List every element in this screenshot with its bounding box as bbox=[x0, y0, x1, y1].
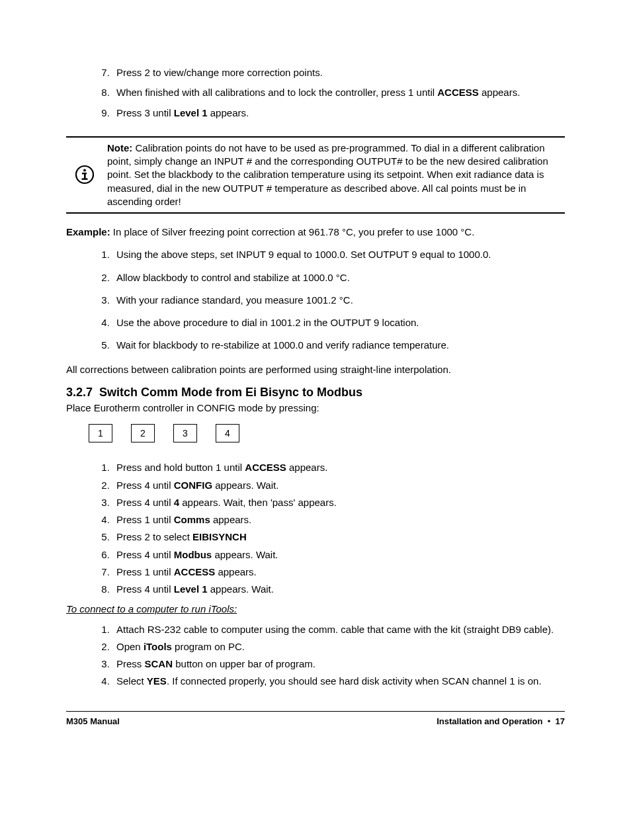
list-item: Allow blackbody to control and stabilize… bbox=[112, 271, 565, 284]
list-item: Press 2 to select EIBISYNCH bbox=[112, 530, 565, 544]
section-sub: Place Eurotherm controller in CONFIG mod… bbox=[66, 401, 565, 415]
list-item: When finished with all calibrations and … bbox=[112, 86, 565, 99]
button-2-diagram: 2 bbox=[131, 424, 155, 442]
calibration-steps-continued: Press 2 to view/change more correction p… bbox=[66, 66, 565, 120]
list-item: Press 2 to view/change more correction p… bbox=[112, 66, 565, 79]
button-1-diagram: 1 bbox=[89, 424, 112, 442]
svg-rect-4 bbox=[82, 179, 88, 180]
note-block: Note: Calibration points do not have to … bbox=[66, 136, 565, 214]
text: Press 2 to view/change more correction p… bbox=[116, 67, 323, 78]
text: Using the above steps, set INPUT 9 equal… bbox=[116, 249, 491, 260]
bullet-icon: • bbox=[548, 716, 551, 726]
list-item: With your radiance standard, you measure… bbox=[112, 294, 565, 307]
info-icon bbox=[66, 165, 103, 185]
text: Allow blackbody to control and stabilize… bbox=[116, 272, 350, 283]
list-item: Press 4 until Modbus appears. Wait. bbox=[112, 548, 565, 562]
list-item: Press 1 until ACCESS appears. bbox=[112, 566, 565, 579]
list-item: Using the above steps, set INPUT 9 equal… bbox=[112, 248, 565, 261]
text: With your radiance standard, you measure… bbox=[116, 294, 353, 306]
text: When finished with all calibrations and … bbox=[116, 87, 437, 98]
list-item: Press SCAN button on upper bar of progra… bbox=[112, 657, 565, 671]
list-item: Open iTools program on PC. bbox=[112, 640, 565, 653]
section-heading: 3.2.7 Switch Comm Mode from Ei Bisync to… bbox=[66, 384, 565, 400]
footer-section-label: Installation and Operation bbox=[437, 716, 542, 726]
page-footer: M305 Manual Installation and Operation •… bbox=[66, 711, 565, 728]
bold-text: ACCESS bbox=[437, 87, 479, 98]
connect-heading: To connect to a computer to run iTools: bbox=[66, 603, 565, 616]
footer-left: M305 Manual bbox=[66, 716, 120, 728]
page-number: 17 bbox=[556, 716, 565, 726]
example-label: Example: bbox=[66, 226, 110, 237]
note-body: Calibration points do not have to be use… bbox=[107, 142, 548, 207]
list-item: Press 4 until CONFIG appears. Wait. bbox=[112, 479, 565, 492]
button-4-diagram: 4 bbox=[216, 424, 239, 442]
list-item: Press 4 until 4 appears. Wait, then 'pas… bbox=[112, 496, 565, 509]
text: Wait for blackbody to re-stabilize at 10… bbox=[116, 339, 449, 351]
list-item: Press 1 until Comms appears. bbox=[112, 513, 565, 526]
list-item: Press 4 until Level 1 appears. Wait. bbox=[112, 583, 565, 596]
controller-buttons-diagram: 1 2 3 4 bbox=[89, 424, 565, 442]
text: Press 3 until bbox=[116, 107, 174, 118]
text: appears. bbox=[479, 87, 521, 98]
note-label: Note: bbox=[107, 142, 132, 153]
list-item: Press 3 until Level 1 appears. bbox=[112, 106, 565, 120]
interpolation-note: All corrections between calibration poin… bbox=[66, 363, 565, 376]
footer-right: Installation and Operation • 17 bbox=[437, 716, 565, 728]
note-text: Note: Calibration points do not have to … bbox=[103, 142, 565, 208]
connect-steps: Attach RS-232 cable to computer using th… bbox=[66, 623, 565, 689]
example-line: Example: In place of Silver freezing poi… bbox=[66, 226, 565, 239]
list-item: Use the above procedure to dial in 1001.… bbox=[112, 316, 565, 329]
example-text: In place of Silver freezing point correc… bbox=[110, 226, 475, 237]
text: appears. bbox=[208, 107, 249, 118]
list-item: Press and hold button 1 until ACCESS app… bbox=[112, 461, 565, 474]
list-item: Wait for blackbody to re-stabilize at 10… bbox=[112, 339, 565, 352]
config-steps: Press and hold button 1 until ACCESS app… bbox=[66, 461, 565, 596]
list-item: Attach RS-232 cable to computer using th… bbox=[112, 623, 565, 636]
section-number: 3.2.7 bbox=[66, 386, 93, 399]
example-steps: Using the above steps, set INPUT 9 equal… bbox=[66, 248, 565, 352]
button-3-diagram: 3 bbox=[173, 424, 197, 442]
svg-point-1 bbox=[83, 169, 86, 172]
list-item: Select YES. If connected properly, you s… bbox=[112, 675, 565, 688]
section-title: Switch Comm Mode from Ei Bisync to Modbu… bbox=[99, 386, 362, 399]
bold-text: Level 1 bbox=[174, 107, 208, 118]
text: Use the above procedure to dial in 1001.… bbox=[116, 317, 419, 328]
